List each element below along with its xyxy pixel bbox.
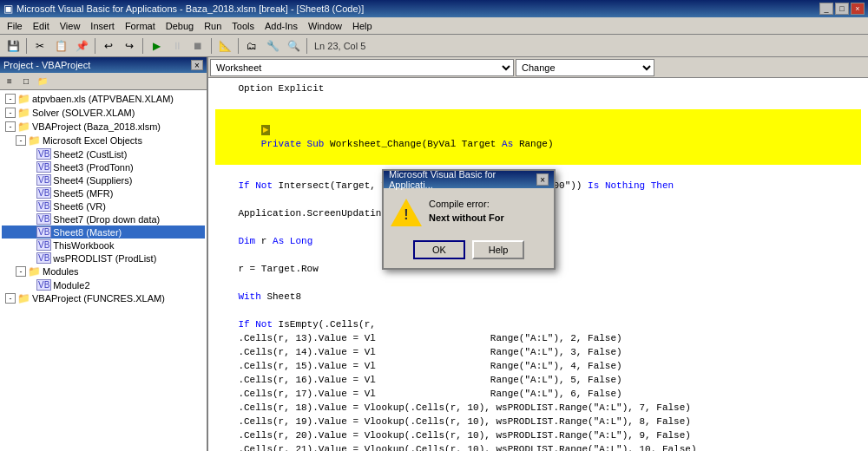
dialog-title-text: Microsoft Visual Basic for Applicati...: [389, 169, 536, 190]
dialog-body: ! Compile error: Next without For: [384, 188, 554, 233]
dialog-close-button[interactable]: ×: [536, 173, 549, 186]
dialog-error-message: Next without For: [429, 212, 545, 223]
warning-icon: !: [392, 199, 420, 226]
dialog-ok-button[interactable]: OK: [413, 240, 465, 259]
warning-exclamation: !: [404, 207, 408, 223]
dialog-overlay: Microsoft Visual Basic for Applicati... …: [0, 0, 868, 451]
dialog-buttons: OK Help: [384, 233, 554, 268]
error-dialog: Microsoft Visual Basic for Applicati... …: [382, 169, 556, 270]
dialog-icon-row: ! Compile error: Next without For: [392, 199, 545, 226]
dialog-help-button[interactable]: Help: [472, 240, 524, 259]
dialog-title-bar: Microsoft Visual Basic for Applicati... …: [384, 171, 554, 188]
dialog-error-label: Compile error:: [429, 199, 545, 209]
dialog-text-area: Compile error: Next without For: [429, 199, 545, 223]
